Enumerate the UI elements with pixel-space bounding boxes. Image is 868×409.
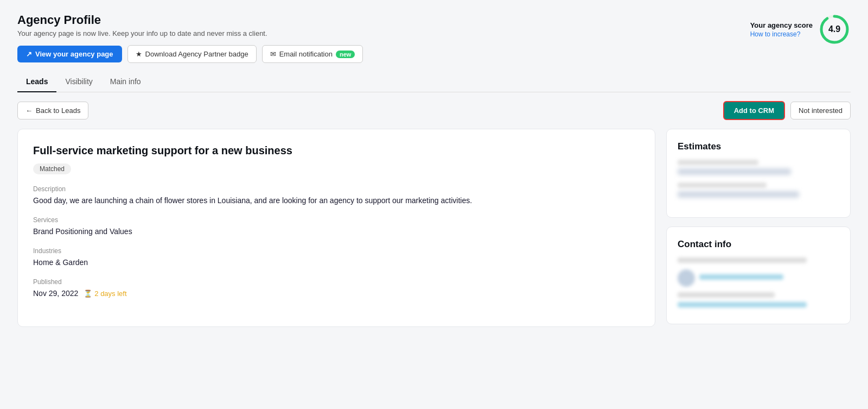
lead-title: Full-service marketing support for a new… (33, 144, 640, 157)
estimates-duration-value (678, 191, 799, 198)
tab-leads[interactable]: Leads (17, 72, 56, 92)
industries-value: Home & Garden (33, 257, 640, 268)
tab-visibility[interactable]: Visibility (56, 72, 101, 92)
contact-blurred-name (678, 257, 807, 263)
toolbar-row: ← Back to Leads Add to CRM Not intereste… (17, 92, 851, 129)
back-arrow-icon: ← (25, 106, 33, 115)
estimates-title: Estimates (678, 141, 839, 152)
contact-blurred-line-2 (678, 292, 775, 298)
estimates-duration-label (678, 183, 767, 188)
estimates-budget-label (678, 160, 758, 165)
published-row: Nov 29, 2022 ⏳ 2 days left (33, 288, 640, 299)
industries-label: Industries (33, 247, 640, 255)
contact-text-group (699, 274, 839, 282)
contact-blurred-row-1 (678, 269, 839, 287)
description-value: Good day, we are launching a chain of fl… (33, 195, 640, 206)
services-label: Services (33, 216, 640, 224)
lead-description-field: Description Good day, we are launching a… (33, 185, 640, 206)
contact-info-title: Contact info (678, 239, 839, 250)
lead-published-field: Published Nov 29, 2022 ⏳ 2 days left (33, 278, 640, 299)
how-to-increase-link[interactable]: How to increase? (750, 30, 801, 38)
contact-blur-group-1 (678, 257, 839, 263)
contact-info-card: Contact info (666, 226, 851, 324)
estimates-budget-value (678, 168, 791, 175)
page-title: Agency Profile (17, 13, 363, 27)
services-value: Brand Positioning and Values (33, 226, 640, 237)
main-layout: Full-service marketing support for a new… (17, 129, 851, 327)
contact-avatar (678, 269, 695, 287)
add-to-crm-button[interactable]: Add to CRM (723, 101, 785, 120)
days-left: ⏳ 2 days left (84, 290, 126, 298)
agency-score-label: Your agency score (750, 21, 813, 29)
hourglass-icon: ⏳ (84, 290, 92, 298)
lead-industries-field: Industries Home & Garden (33, 247, 640, 268)
external-link-icon: ↗ (26, 50, 32, 58)
score-circle: 4.9 (818, 13, 851, 46)
tab-main-info[interactable]: Main info (101, 72, 150, 92)
agency-score-widget: Your agency score How to increase? 4.9 (750, 13, 851, 46)
email-icon: ✉ (270, 50, 276, 58)
new-badge: new (336, 51, 355, 58)
lead-card: Full-service marketing support for a new… (17, 129, 655, 327)
score-value: 4.9 (828, 24, 840, 34)
contact-blurred-link (699, 274, 783, 280)
toolbar-right: Add to CRM Not interested (723, 101, 851, 120)
published-label: Published (33, 278, 640, 286)
page-subtitle: Your agency page is now live. Keep your … (17, 29, 363, 37)
published-date: Nov 29, 2022 (33, 288, 78, 299)
description-label: Description (33, 185, 640, 193)
tabs-bar: Leads Visibility Main info (17, 72, 851, 92)
not-interested-button[interactable]: Not interested (790, 102, 851, 119)
lead-services-field: Services Brand Positioning and Values (33, 216, 640, 237)
back-to-leads-button[interactable]: ← Back to Leads (17, 102, 88, 119)
estimates-card: Estimates (666, 129, 851, 218)
matched-badge: Matched (33, 163, 71, 174)
view-agency-button[interactable]: ↗ View your agency page (17, 46, 122, 62)
email-notification-button[interactable]: ✉ Email notification new (262, 45, 363, 63)
contact-blurred-line-3 (678, 302, 807, 307)
download-badge-button[interactable]: ★ Download Agency Partner badge (127, 45, 257, 63)
star-icon: ★ (136, 50, 142, 58)
sidebar: Estimates Contact info (666, 129, 851, 324)
